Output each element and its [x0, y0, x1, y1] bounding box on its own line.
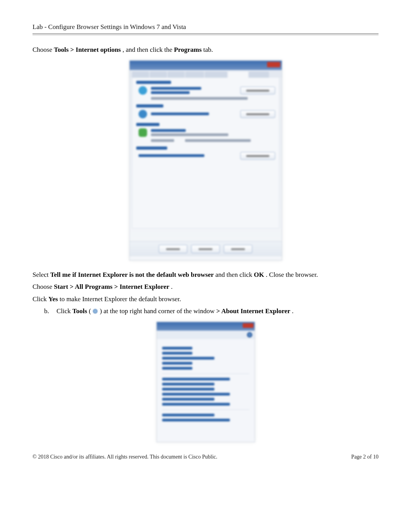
text: . — [292, 307, 293, 315]
apply-button — [224, 245, 252, 253]
menu-about-ie: About Internet Explorer — [221, 307, 290, 315]
internet-options-dialog — [129, 60, 282, 261]
text-line — [151, 91, 190, 94]
tab — [168, 72, 185, 78]
menu-item — [162, 414, 214, 416]
menu-item-about-ie — [162, 419, 230, 421]
page-footer: © 2018 Cisco and/or its affiliates. All … — [33, 454, 378, 460]
text: to make Internet Explorer the default br… — [60, 295, 181, 303]
list-marker: b. — [44, 306, 53, 316]
page-header-title: Lab - Configure Browser Settings in Wind… — [33, 23, 378, 31]
option-tell-me-default: Tell me if Internet Explorer is not the … — [50, 271, 214, 278]
text: and then click — [216, 271, 254, 278]
text: tab. — [203, 46, 213, 53]
text-line — [151, 139, 174, 142]
text-line — [185, 139, 251, 142]
set-programs-button — [240, 152, 275, 160]
menu-item — [162, 393, 230, 396]
menu-item — [162, 403, 230, 406]
section-label — [136, 81, 171, 84]
dialog-panel — [132, 78, 279, 228]
ie-icon — [139, 86, 147, 95]
close-icon — [243, 323, 253, 328]
menu-item — [162, 383, 214, 385]
manage-addons-button — [240, 110, 275, 118]
copyright-text: © 2018 Cisco and/or its affiliates. All … — [33, 454, 217, 460]
instruction-click-yes: Click Yes to make Internet Explorer the … — [33, 294, 378, 304]
menu-item — [162, 398, 214, 401]
close-icon — [267, 62, 280, 67]
text: of 10 — [366, 454, 378, 460]
text-line — [139, 154, 204, 157]
button-label-yes: Yes — [48, 295, 58, 303]
window-titlebar — [157, 322, 255, 331]
tab — [205, 72, 227, 78]
menu-item — [162, 388, 214, 390]
menu-path-start: Start > All Programs > Internet Explorer — [54, 283, 169, 290]
menu-item — [162, 352, 193, 355]
menu-divider — [162, 373, 249, 374]
text: . Close the browser. — [266, 271, 318, 278]
text: Page — [351, 454, 363, 460]
instruction-choose-start: Choose Start > All Programs > Internet E… — [33, 282, 378, 292]
text: > — [216, 307, 221, 315]
addons-icon — [139, 110, 147, 118]
step-b: b. Click Tools ( ) at the top right hand… — [44, 306, 378, 316]
menu-item — [162, 347, 193, 350]
tools-dropdown-menu — [157, 339, 255, 429]
gear-icon — [92, 309, 98, 314]
menu-path: Tools > Internet options — [54, 46, 121, 53]
window-titlebar — [130, 61, 282, 70]
section-label — [136, 147, 167, 150]
text: Select — [33, 271, 50, 278]
menu-item — [162, 357, 214, 360]
menu-item — [162, 367, 193, 370]
ok-button — [159, 245, 187, 253]
section-label — [136, 123, 159, 126]
text-line — [151, 113, 209, 115]
text: Choose — [33, 46, 54, 53]
screenshot-internet-options — [33, 60, 378, 261]
text: ) at the top right hand corner of the wi… — [100, 307, 215, 315]
tab-programs — [228, 72, 248, 78]
tab — [132, 72, 149, 78]
dialog-button-row — [130, 241, 282, 256]
window-toolbar — [157, 331, 255, 339]
tools-menu-window — [156, 322, 255, 442]
text-line — [151, 87, 201, 90]
text: . — [171, 283, 173, 290]
tab — [150, 72, 167, 78]
tab-name-programs: Programs — [174, 46, 202, 53]
step-b-text: Click Tools ( ) at the top right hand co… — [57, 306, 294, 316]
instruction-choose-tools: Choose Tools > Internet options , and th… — [33, 45, 378, 55]
page-number: Page 2 of 10 — [351, 454, 378, 460]
instruction-select-tell-me: Select Tell me if Internet Explorer is n… — [33, 270, 378, 280]
text: , and then click the — [122, 46, 174, 53]
text-line — [151, 97, 248, 100]
tab — [249, 72, 269, 78]
menu-tools: Tools — [72, 307, 87, 315]
cancel-button — [191, 245, 220, 253]
button-label-ok: OK — [254, 271, 264, 278]
text: Click — [57, 307, 72, 315]
gear-icon — [247, 332, 252, 338]
header-rule — [33, 33, 378, 36]
text: Choose — [33, 283, 54, 290]
menu-item — [162, 362, 193, 365]
section-label — [136, 104, 163, 107]
text: ( — [89, 307, 91, 315]
text-line — [151, 133, 228, 136]
menu-item — [162, 378, 230, 380]
make-default-button — [240, 87, 275, 94]
menu-divider — [162, 409, 249, 410]
screenshot-tools-menu — [33, 322, 378, 442]
tab — [185, 72, 204, 78]
text: Click — [33, 295, 48, 303]
text-line — [151, 129, 186, 132]
html-edit-icon — [139, 128, 147, 137]
tab-strip — [130, 70, 282, 78]
